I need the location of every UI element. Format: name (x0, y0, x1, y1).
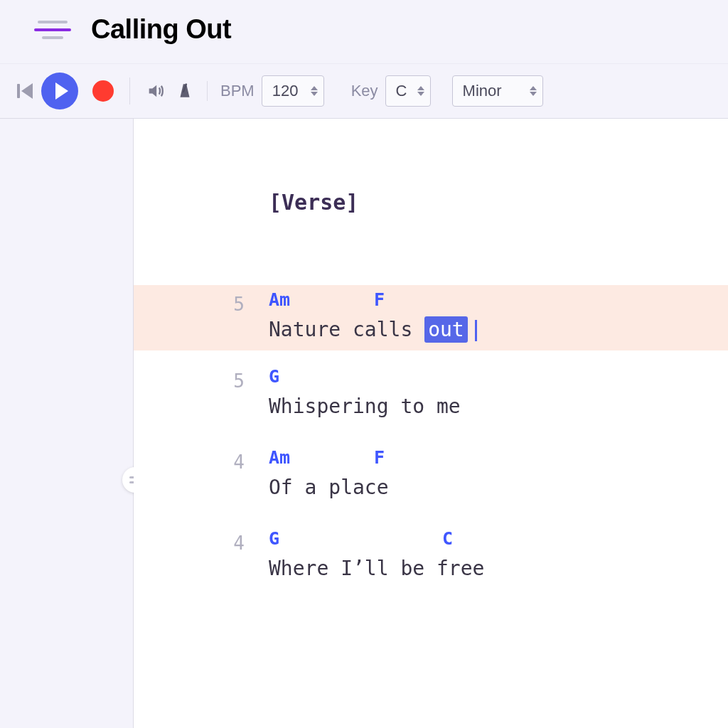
lyric-text[interactable]: Whispering to me (269, 392, 728, 422)
key-stepper[interactable]: C (385, 75, 431, 107)
lyric-text[interactable]: Where I’ll be free (269, 554, 728, 584)
play-button[interactable] (41, 73, 78, 109)
key-label: Key (351, 82, 378, 100)
mode-stepper[interactable]: Minor (452, 75, 543, 107)
mode-value: Minor (463, 82, 502, 100)
record-button[interactable] (92, 80, 114, 102)
header: Calling Out (0, 0, 728, 64)
skip-previous-button[interactable] (17, 82, 36, 100)
bpm-label: BPM (220, 82, 255, 100)
chord-label[interactable]: Am (269, 289, 290, 310)
bpm-control: BPM 120 (220, 75, 324, 107)
lyric-line[interactable]: 5 Am F Nature calls out (134, 285, 728, 350)
key-value: C (396, 82, 407, 100)
bar-number: 4 (134, 447, 269, 503)
lyric-line[interactable]: 4 G C Where I’ll be free (134, 528, 728, 584)
lyrics-editor[interactable]: [Verse] 5 Am F Nature calls out 5 G (134, 119, 728, 728)
bar-number: 5 (134, 366, 269, 422)
menu-icon[interactable] (34, 21, 71, 39)
bpm-stepper[interactable]: 120 (262, 75, 324, 107)
chord-label[interactable]: F (374, 447, 385, 468)
text-cursor (475, 320, 477, 341)
left-gutter (0, 119, 134, 728)
volume-icon[interactable] (146, 81, 166, 101)
selected-word[interactable]: out (424, 316, 468, 343)
lyric-line[interactable]: 5 G Whispering to me (134, 366, 728, 422)
metronome-icon[interactable] (176, 82, 194, 100)
chord-label[interactable]: G (269, 528, 279, 549)
song-title: Calling Out (91, 14, 231, 45)
lyric-text[interactable]: Of a place (269, 473, 728, 503)
lyric-text[interactable]: Nature calls out (269, 315, 728, 345)
lyric-line[interactable]: 4 Am F Of a place (134, 447, 728, 503)
bpm-value: 120 (272, 82, 299, 100)
chord-label[interactable]: C (442, 528, 453, 549)
chord-label[interactable]: F (374, 289, 385, 310)
chord-label[interactable]: Am (269, 447, 290, 468)
section-label: [Verse] (269, 190, 358, 215)
key-control: Key C (351, 75, 431, 107)
bar-number: 5 (134, 289, 269, 345)
bar-number: 4 (134, 528, 269, 584)
main: [Verse] 5 Am F Nature calls out 5 G (0, 119, 728, 728)
toolbar: BPM 120 Key C Minor (0, 64, 728, 119)
chord-label[interactable]: G (269, 366, 279, 387)
